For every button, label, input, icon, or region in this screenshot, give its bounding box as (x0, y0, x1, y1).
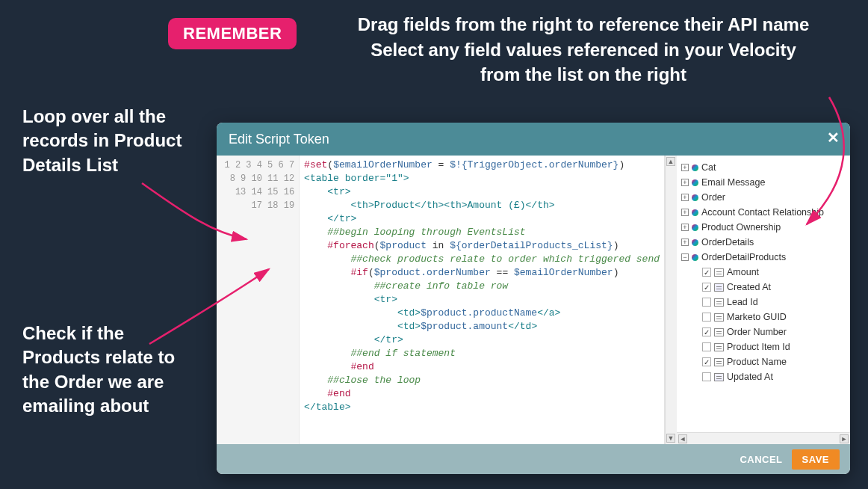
tree-node-order-details[interactable]: + OrderDetails (680, 235, 847, 250)
object-icon (692, 194, 698, 201)
code-content[interactable]: #set($emailOrderNumber = $!{TriggerObjec… (300, 156, 664, 444)
object-icon (692, 239, 698, 246)
checkbox-icon[interactable] (702, 298, 711, 307)
line-number-gutter: 1 2 3 4 5 6 7 8 9 10 11 12 13 14 15 16 1… (217, 156, 300, 444)
field-created-at[interactable]: ✓ Created At (702, 280, 847, 295)
field-lead-id[interactable]: Lead Id (702, 295, 847, 310)
field-icon (714, 313, 724, 322)
tree-node-order[interactable]: + Order (680, 190, 847, 205)
field-icon (714, 358, 724, 366)
dialog-header: Edit Script Token ✕ (217, 123, 850, 156)
expand-icon[interactable]: + (681, 224, 689, 231)
object-icon (692, 224, 698, 231)
close-icon[interactable]: ✕ (827, 129, 840, 147)
object-icon (692, 179, 698, 186)
field-icon (714, 328, 724, 336)
field-updated-at[interactable]: Updated At (702, 369, 847, 384)
field-label: Amount (727, 267, 759, 277)
instructions-line: Select any field values referenced in yo… (314, 37, 853, 63)
save-button[interactable]: SAVE (792, 449, 840, 470)
field-label: Updated At (727, 372, 773, 382)
tree-node-email-message[interactable]: + Email Message (680, 175, 847, 190)
scroll-up-icon[interactable]: ▲ (666, 157, 675, 166)
field-label: Marketo GUID (727, 312, 787, 322)
expand-icon[interactable]: + (681, 209, 689, 216)
instructions-block: Drag fields from the right to reference … (314, 12, 853, 87)
field-label: Order Number (727, 327, 787, 337)
instructions-line: Drag fields from the right to reference … (314, 12, 853, 37)
object-icon (692, 164, 698, 171)
tree-node-order-detail-products[interactable]: − OrderDetailProducts (680, 250, 847, 265)
tree-label: Account Contact Relationship (701, 207, 824, 218)
checkbox-icon[interactable] (702, 342, 711, 351)
scroll-right-icon[interactable]: ► (840, 434, 849, 443)
object-icon (692, 254, 698, 261)
scroll-down-icon[interactable]: ▼ (666, 434, 675, 443)
tree-label: OrderDetails (701, 237, 754, 247)
cancel-button[interactable]: CANCEL (740, 454, 782, 465)
field-icon (714, 268, 724, 277)
scroll-left-icon[interactable]: ◄ (678, 434, 687, 443)
tree-label: Product Ownership (701, 222, 781, 233)
annotation-loop: Loop over all the records in Product Det… (22, 105, 194, 177)
field-tree-panel: + Cat + Email Message + Order + Account … (677, 156, 850, 444)
checkbox-icon[interactable]: ✓ (702, 357, 711, 366)
expand-icon[interactable]: + (681, 164, 689, 171)
field-product-name[interactable]: ✓ Product Name (702, 354, 847, 369)
field-marketo-guid[interactable]: Marketo GUID (702, 310, 847, 325)
code-editor[interactable]: 1 2 3 4 5 6 7 8 9 10 11 12 13 14 15 16 1… (217, 156, 665, 444)
collapse-icon[interactable]: − (681, 253, 689, 261)
tree-node-cat[interactable]: + Cat (680, 160, 847, 175)
tree-node-product-ownership[interactable]: + Product Ownership (680, 220, 847, 235)
field-amount[interactable]: ✓ Amount (702, 265, 847, 280)
date-field-icon (714, 283, 724, 292)
dialog-footer: CANCEL SAVE (217, 444, 850, 474)
dialog-title: Edit Script Token (229, 132, 329, 147)
tree-children: ✓ Amount ✓ Created At Lead Id (680, 265, 847, 384)
checkbox-icon[interactable] (702, 372, 711, 381)
tree-label: Email Message (701, 177, 765, 188)
tree-label: Cat (701, 162, 716, 173)
dialog-body: 1 2 3 4 5 6 7 8 9 10 11 12 13 14 15 16 1… (217, 156, 850, 444)
expand-icon[interactable]: + (681, 239, 689, 246)
checkbox-icon[interactable] (702, 313, 711, 322)
field-label: Created At (727, 282, 771, 292)
editor-vertical-scrollbar[interactable]: ▲ ▼ (665, 156, 677, 444)
tree-label: Order (701, 192, 725, 203)
field-product-item-id[interactable]: Product Item Id (702, 339, 847, 354)
instructions-line: from the list on the right (314, 62, 853, 87)
checkbox-icon[interactable]: ✓ (702, 268, 711, 277)
expand-icon[interactable]: + (681, 179, 689, 186)
edit-script-token-dialog: Edit Script Token ✕ 1 2 3 4 5 6 7 8 9 10… (217, 123, 850, 474)
date-field-icon (714, 373, 724, 381)
field-label: Product Name (727, 357, 787, 367)
object-icon (692, 209, 698, 216)
panel-horizontal-scrollbar[interactable]: ◄ ► (677, 432, 850, 444)
tree-node-account-contact-relationship[interactable]: + Account Contact Relationship (680, 205, 847, 220)
checkbox-icon[interactable]: ✓ (702, 283, 711, 292)
field-label: Product Item Id (727, 342, 790, 352)
checkbox-icon[interactable]: ✓ (702, 327, 711, 336)
field-icon (714, 298, 724, 307)
field-icon (714, 343, 724, 351)
annotation-check: Check if the Products relate to the Orde… (22, 322, 194, 419)
tree-label: OrderDetailProducts (701, 252, 786, 262)
field-label: Lead Id (727, 297, 758, 307)
expand-icon[interactable]: + (681, 194, 689, 201)
field-order-number[interactable]: ✓ Order Number (702, 325, 847, 339)
remember-badge: REMEMBER (168, 18, 297, 49)
